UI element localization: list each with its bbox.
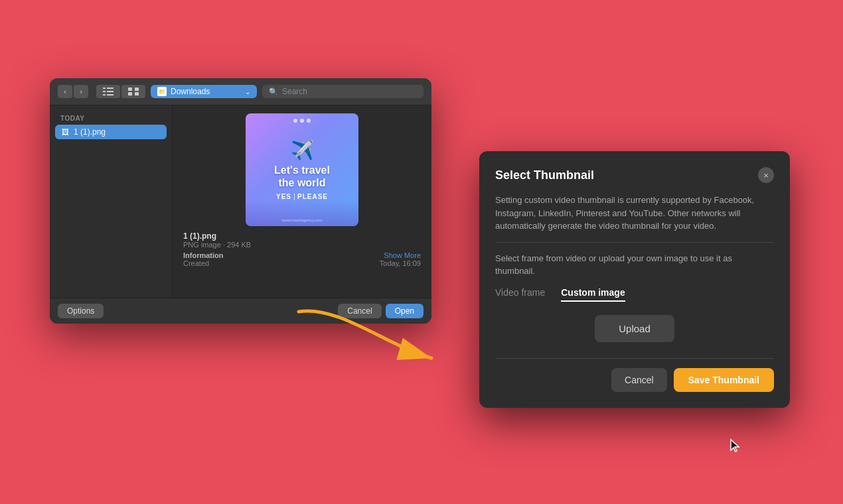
search-icon: 🔍: [269, 88, 278, 96]
chevron-icon: ⌄: [245, 88, 250, 95]
file-icon: 🖼: [60, 127, 70, 137]
folder-icon: 📁: [157, 87, 167, 96]
svg-rect-8: [128, 92, 132, 95]
file-thumbnail-area: ✈️ Let's travel the world YES PLEASE www…: [181, 113, 423, 290]
upload-button[interactable]: Upload: [595, 315, 674, 342]
close-dialog-button[interactable]: ×: [758, 167, 774, 183]
finder-body: Today 🖼 1 (1).png ✈️: [50, 105, 431, 298]
svg-rect-1: [107, 88, 114, 89]
save-thumbnail-button[interactable]: Save Thumbnail: [674, 368, 774, 392]
mountain-bg: [246, 200, 358, 226]
finder-sidebar: Today 🖼 1 (1).png: [50, 105, 173, 298]
file-preview: ✈️ Let's travel the world YES PLEASE www…: [246, 113, 358, 226]
thumbnail-dialog: Select Thumbnail × Setting custom video …: [479, 151, 790, 408]
sidebar-section-label: Today: [55, 112, 167, 125]
file-info: 1 (1).png PNG image · 294 KB Information…: [181, 231, 423, 267]
svg-rect-3: [107, 91, 114, 92]
svg-rect-7: [135, 88, 139, 91]
forward-button[interactable]: ›: [74, 85, 88, 98]
finder-footer: Options Cancel Open: [50, 298, 431, 324]
file-meta: PNG image · 294 KB: [183, 241, 421, 249]
sidebar-item-label: 1 (1).png: [74, 127, 106, 137]
dialog-divider-2: [495, 358, 774, 359]
file-info-section: Information Show More: [183, 251, 421, 259]
website-text: www.travelagency.com: [282, 218, 323, 222]
dialog-divider-1: [495, 242, 774, 243]
created-value: Today, 16:09: [380, 259, 421, 267]
dialog-header: Select Thumbnail ×: [495, 167, 774, 183]
list-view-button[interactable]: [96, 85, 120, 98]
tab-video-frame[interactable]: Video frame: [495, 287, 545, 302]
svg-rect-4: [103, 94, 106, 95]
search-placeholder: Search: [282, 87, 307, 96]
travel-card: ✈️ Let's travel the world YES PLEASE www…: [246, 113, 358, 226]
sidebar-item-file[interactable]: 🖼 1 (1).png: [55, 125, 167, 139]
search-bar[interactable]: 🔍 Search: [262, 85, 423, 98]
finder-nav-buttons: ‹ ›: [58, 85, 88, 98]
finder-window: ‹ › 📁 Downloads ⌄ 🔍 Search Today 🖼: [50, 78, 431, 324]
info-section-label: Information: [183, 251, 224, 259]
dialog-footer: Cancel Save Thumbnail: [495, 368, 774, 392]
dialog-description-2: Select frame from video or upload your o…: [495, 252, 774, 278]
finder-toolbar: ‹ › 📁 Downloads ⌄ 🔍 Search: [50, 78, 431, 105]
svg-rect-2: [103, 91, 106, 92]
svg-rect-9: [135, 92, 139, 95]
location-text: Downloads: [171, 87, 210, 96]
grid-view-button[interactable]: [121, 85, 145, 98]
dialog-title: Select Thumbnail: [495, 168, 594, 182]
dialog-tabs: Video frame Custom image: [495, 287, 774, 302]
open-button[interactable]: Open: [386, 304, 423, 318]
svg-rect-6: [128, 88, 132, 91]
file-name: 1 (1).png: [183, 231, 421, 241]
finder-main: ✈️ Let's travel the world YES PLEASE www…: [173, 105, 431, 298]
upload-section: Upload: [495, 315, 774, 342]
travel-title: Let's travel the world: [274, 164, 330, 189]
tab-custom-image[interactable]: Custom image: [561, 287, 625, 302]
dialog-description-1: Setting custom video thumbnail is curren…: [495, 194, 774, 233]
svg-rect-5: [107, 94, 114, 95]
options-button[interactable]: Options: [58, 304, 104, 318]
created-label: Created: [183, 259, 209, 267]
show-more-link[interactable]: Show More: [384, 251, 421, 259]
footer-action-buttons: Cancel Open: [338, 304, 423, 318]
back-button[interactable]: ‹: [58, 85, 72, 98]
cursor: [729, 438, 741, 453]
cancel-dialog-button[interactable]: Cancel: [611, 368, 667, 392]
cancel-finder-button[interactable]: Cancel: [338, 304, 381, 318]
info-row-created: Created Today, 16:09: [183, 259, 421, 267]
plane-icon: ✈️: [291, 139, 314, 161]
view-buttons: [96, 85, 145, 98]
svg-rect-0: [103, 88, 106, 89]
location-bar[interactable]: 📁 Downloads ⌄: [151, 85, 257, 98]
